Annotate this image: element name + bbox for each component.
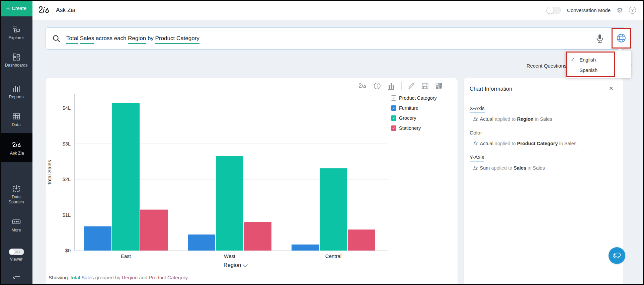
explorer-icon [0, 25, 32, 34]
viewer-toggle-state: OFF [15, 250, 21, 254]
sidebar-item-label: Ask Zia [1, 151, 32, 156]
bar-furniture-central[interactable] [292, 245, 319, 251]
more-icon [0, 217, 32, 226]
info-section-detail: fxSum applied to Sales in Sales [473, 165, 617, 171]
x-tick-label: Central [325, 253, 341, 259]
edit-pencil-icon[interactable] [407, 82, 415, 90]
ask-zia-search-bar[interactable]: Total Sales across each Region by Produc… [45, 27, 625, 50]
legend-checkbox[interactable]: ✓ [391, 95, 396, 101]
app-header: Ask Zia Conversation Mode ⚙ ? [32, 0, 644, 20]
bar-stationery-east[interactable] [140, 210, 168, 251]
sidebar-item-data[interactable]: Data [0, 112, 32, 127]
collapse-arrow-icon [0, 274, 32, 282]
sidebar-item-dashboards[interactable]: Dashboards [0, 53, 32, 68]
toolbar-divider [401, 82, 402, 90]
y-axis-title: Total Sales [47, 160, 52, 185]
sidebar: Explorer Dashboards Reports Data Ask Zia… [0, 16, 32, 285]
legend-item-stationery[interactable]: ✓Stationery [391, 123, 437, 133]
chart-toolbar [358, 82, 443, 90]
fx-icon: fx [473, 141, 478, 146]
legend-header-product-category[interactable]: ✓Product Category [391, 93, 437, 103]
showing-segment: Sales [81, 275, 94, 280]
showing-segment: total [71, 275, 80, 280]
info-section-heading-x-axis[interactable]: X-Axis [470, 105, 485, 113]
fx-icon: fx [473, 165, 478, 171]
recent-questions-label[interactable]: Recent Questions [527, 63, 566, 69]
bar-grocery-central[interactable] [320, 168, 347, 251]
y-tick-label: $4L [63, 105, 71, 111]
viewer-toggle[interactable]: OFF [9, 249, 24, 255]
sidebar-item-label: Data [0, 122, 32, 127]
query-token: Total [66, 35, 78, 44]
legend-item-grocery[interactable]: ✓Grocery [391, 113, 437, 123]
showing-segment: Product Category [149, 275, 188, 280]
info-section-heading-color[interactable]: Color [470, 130, 482, 137]
ask-zia-icon [1, 140, 32, 149]
save-icon[interactable] [421, 82, 429, 90]
language-globe-highlight-box [612, 28, 631, 49]
legend-item-furniture[interactable]: ✓Furniture [391, 103, 437, 113]
language-option-label: English [579, 57, 596, 63]
zia-logo-icon [38, 5, 51, 15]
help-icon[interactable]: ? [629, 7, 636, 14]
query-token: Region [128, 35, 146, 44]
close-icon[interactable]: ✕ [609, 86, 614, 91]
sidebar-item-data-sources[interactable]: DataSources [0, 184, 32, 205]
language-option-english[interactable]: ✓ English [571, 55, 624, 65]
globe-language-icon[interactable] [616, 33, 627, 43]
chart-information-title: Chart Information [470, 86, 617, 92]
legend-checkbox[interactable]: ✓ [391, 105, 396, 111]
y-tick-label: $1L [63, 212, 71, 218]
legend-label: Furniture [399, 105, 418, 111]
collapse-sidebar-button[interactable] [0, 274, 32, 282]
data-icon [0, 112, 32, 121]
info-section-detail: fxActual applied to Product Category in … [473, 141, 617, 146]
chart-type-icon[interactable] [387, 82, 396, 90]
sidebar-item-label: DataSources [0, 195, 32, 205]
chat-assistant-button[interactable] [609, 247, 625, 264]
viewer-label: Viewer [0, 257, 32, 262]
info-icon[interactable] [373, 82, 381, 90]
showing-summary: Showing:totalSalesgrouped byRegionandPro… [46, 270, 458, 285]
add-to-dashboard-icon[interactable] [435, 82, 443, 90]
search-query-input[interactable]: Total Sales across each Region by Produc… [66, 35, 199, 42]
zia-icon[interactable] [358, 82, 368, 90]
create-button[interactable]: + Create [0, 0, 32, 16]
sidebar-item-reports[interactable]: Reports [0, 84, 32, 100]
bar-furniture-west[interactable] [188, 234, 215, 251]
bar-stationery-central[interactable] [348, 229, 375, 251]
bar-stationery-west[interactable] [244, 222, 271, 251]
language-option-spanish[interactable]: Spanish [571, 65, 624, 75]
plus-icon: + [6, 5, 10, 12]
sidebar-item-label: Explorer [0, 35, 32, 40]
legend-checkbox[interactable]: ✓ [391, 115, 396, 121]
sidebar-item-explorer[interactable]: Explorer [0, 25, 32, 40]
showing-segment: grouped by [95, 275, 120, 280]
sidebar-item-ask-zia[interactable]: Ask Zia [0, 133, 32, 162]
microphone-icon[interactable] [595, 34, 604, 44]
query-token: Product Category [155, 35, 199, 44]
x-axis-field-label: Region [224, 262, 241, 268]
info-section-heading-y-axis[interactable]: Y-Axis [470, 154, 484, 162]
viewer-toggle-knob [9, 249, 15, 255]
page-title: Ask Zia [56, 7, 75, 14]
chart-card: $0$1L$2L$3L$4LEastWestCentralTotal Sales… [45, 78, 458, 285]
bar-chart[interactable]: $0$1L$2L$3L$4LEastWestCentralTotal Sales… [46, 92, 394, 279]
chart-legend: ✓Product Category✓Furniture✓Grocery✓Stat… [391, 93, 437, 133]
bar-grocery-west[interactable] [216, 156, 243, 251]
bar-grocery-east[interactable] [112, 103, 140, 251]
y-tick-label: $2L [63, 177, 71, 182]
create-button-label: Create [12, 6, 26, 11]
sidebar-item-more[interactable]: More [0, 217, 32, 233]
conversation-mode-toggle[interactable] [546, 7, 561, 14]
x-axis-field-dropdown[interactable]: Region [224, 262, 248, 268]
chart-information-panel: Chart Information ✕ X-AxisfxActual appli… [464, 78, 623, 285]
settings-gear-icon[interactable]: ⚙ [617, 7, 623, 14]
fx-icon: fx [473, 116, 478, 122]
search-icon [52, 34, 61, 43]
bar-furniture-east[interactable] [84, 226, 111, 251]
y-tick-label: $3L [63, 141, 71, 147]
x-tick-label: West [224, 253, 236, 259]
reports-icon [0, 84, 32, 93]
legend-checkbox[interactable]: ✓ [391, 125, 396, 131]
